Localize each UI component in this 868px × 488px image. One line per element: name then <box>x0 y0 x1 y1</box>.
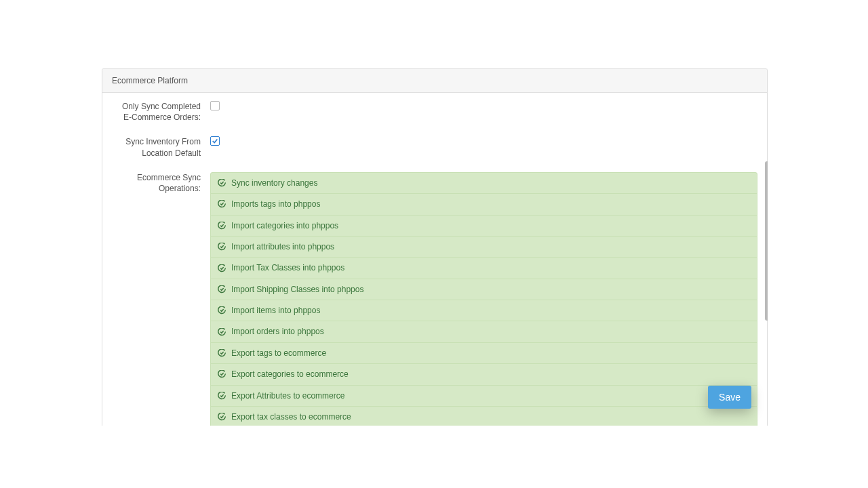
page-clip: Ecommerce Platform Only Sync Completed E… <box>102 68 768 426</box>
sync-operation-item[interactable]: Imports tags into phppos <box>210 193 757 215</box>
check-icon <box>212 138 218 144</box>
check-circle-icon <box>218 243 226 251</box>
check-circle-icon <box>218 306 226 314</box>
sync-operation-label: Imports tags into phppos <box>231 199 320 209</box>
sync-operations-list: Sync inventory changesImports tags into … <box>210 172 757 426</box>
control-only-sync-completed <box>210 101 757 113</box>
check-circle-icon <box>218 222 226 230</box>
sync-operation-label: Import attributes into phppos <box>231 242 334 251</box>
sync-operation-label: Import Tax Classes into phppos <box>231 263 344 272</box>
save-button[interactable]: Save <box>708 386 751 409</box>
sync-operation-label: Export categories to ecommerce <box>231 369 349 379</box>
panel-title: Ecommerce Platform <box>102 69 767 93</box>
sync-operation-item[interactable]: Export categories to ecommerce <box>210 363 757 385</box>
sync-operation-label: Sync inventory changes <box>231 178 317 188</box>
check-circle-icon <box>218 392 226 400</box>
control-sync-inventory-location <box>210 136 757 146</box>
check-circle-icon <box>218 349 226 357</box>
panel-body: Only Sync Completed E-Commerce Orders: S… <box>102 93 767 426</box>
check-circle-icon <box>218 285 226 293</box>
sync-operation-label: Import items into phppos <box>231 306 320 315</box>
scrollbar[interactable] <box>765 161 768 321</box>
check-circle-icon <box>218 264 226 272</box>
sync-operation-item[interactable]: Import attributes into phppos <box>210 236 757 258</box>
check-circle-icon <box>218 413 226 421</box>
checkbox-sync-inventory-location[interactable] <box>210 136 220 146</box>
sync-operation-label: Import orders into phppos <box>231 327 324 336</box>
checkbox-only-sync-completed[interactable] <box>210 101 220 110</box>
check-circle-icon <box>218 370 226 378</box>
sync-operation-label: Export Attributes to ecommerce <box>231 391 344 401</box>
check-circle-icon <box>218 200 226 208</box>
row-sync-operations: Ecommerce Sync Operations: Sync inventor… <box>112 172 757 426</box>
check-circle-icon <box>218 179 226 187</box>
ecommerce-platform-panel: Ecommerce Platform Only Sync Completed E… <box>102 68 768 426</box>
sync-operation-item[interactable]: Export tax classes to ecommerce <box>210 406 757 426</box>
sync-operation-label: Export tax classes to ecommerce <box>231 412 351 422</box>
settings-page: Ecommerce Platform Only Sync Completed E… <box>102 68 768 426</box>
sync-operation-label: Import categories into phppos <box>231 221 338 230</box>
sync-operation-item[interactable]: Export tags to ecommerce <box>210 342 757 364</box>
sync-operation-item[interactable]: Import items into phppos <box>210 300 757 321</box>
row-only-sync-completed: Only Sync Completed E-Commerce Orders: <box>112 101 757 123</box>
label-sync-inventory-location: Sync Inventory From Location Default <box>112 136 210 158</box>
sync-operation-label: Import Shipping Classes into phppos <box>231 285 363 294</box>
label-sync-operations: Ecommerce Sync Operations: <box>112 172 210 194</box>
sync-operation-item[interactable]: Import Tax Classes into phppos <box>210 257 757 279</box>
sync-operation-item[interactable]: Sync inventory changes <box>210 172 757 194</box>
control-sync-operations: Sync inventory changesImports tags into … <box>210 172 757 426</box>
sync-operation-label: Export tags to ecommerce <box>231 348 326 358</box>
check-circle-icon <box>218 328 226 336</box>
row-sync-inventory-location: Sync Inventory From Location Default <box>112 136 757 158</box>
sync-operation-item[interactable]: Import orders into phppos <box>210 321 757 342</box>
sync-operation-item[interactable]: Export Attributes to ecommerce <box>210 385 757 407</box>
sync-operation-item[interactable]: Import Shipping Classes into phppos <box>210 279 757 300</box>
label-only-sync-completed: Only Sync Completed E-Commerce Orders: <box>112 101 210 123</box>
sync-operation-item[interactable]: Import categories into phppos <box>210 215 757 237</box>
